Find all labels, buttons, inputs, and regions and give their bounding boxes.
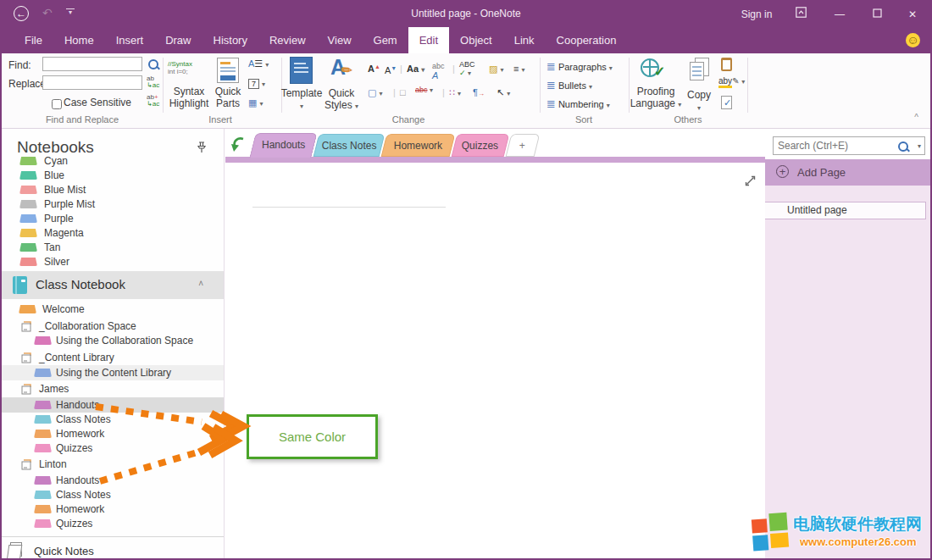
tab-draw[interactable]: Draw	[154, 27, 202, 53]
section-tab-homework[interactable]: Homework	[381, 134, 456, 157]
bullets-sort-button[interactable]: ≣Bullets ▾	[546, 79, 592, 91]
notebook-item[interactable]: Silver	[2, 255, 224, 269]
numbering-sort-button[interactable]: ≣Numbering ▾	[546, 97, 610, 110]
section-item[interactable]: Quizzes	[2, 441, 224, 456]
search-input[interactable]	[776, 139, 895, 152]
case-sensitive-checkbox[interactable]	[52, 99, 62, 109]
notebook-item[interactable]: Magenta	[2, 226, 224, 241]
syntax-code-icon: //Syntax int i=0;	[168, 60, 212, 75]
section-item[interactable]: Quizzes	[2, 516, 224, 531]
replace-icon[interactable]: ab ↳ac	[147, 75, 159, 89]
section-tab-class-notes[interactable]: Class Notes	[313, 134, 386, 157]
notebook-item[interactable]: Purple Mist	[2, 197, 224, 212]
section-tab-handouts[interactable]: Handouts	[249, 133, 317, 158]
group-label-others: Others	[637, 114, 739, 125]
section-item[interactable]: Handouts	[2, 473, 224, 488]
frame-button[interactable]: □	[400, 87, 406, 97]
section-tab-quizzes[interactable]: Quizzes	[452, 134, 510, 157]
border-button[interactable]: ▢ ▾	[368, 87, 382, 98]
shrink-font-button[interactable]: A▼	[385, 65, 397, 75]
page-item-untitled[interactable]: Untitled page	[765, 202, 926, 219]
tab-home[interactable]: Home	[53, 27, 105, 53]
section-item[interactable]: Class Notes	[2, 487, 224, 502]
search-scope-dropdown-icon[interactable]: ▾	[918, 142, 921, 150]
quick-notes-button[interactable]: Quick Notes	[2, 536, 224, 558]
section-item[interactable]: Using the Content Library	[2, 365, 224, 380]
navigate-back-arrow-icon[interactable]	[230, 135, 247, 157]
same-color-text-box[interactable]: Same Color	[247, 414, 378, 459]
section-item-selected[interactable]: Handouts	[2, 397, 224, 413]
smiley-icon[interactable]: ☺	[906, 33, 920, 47]
paste-icon[interactable]	[721, 58, 732, 71]
section-group-item[interactable]: _Collaboration Space	[2, 319, 224, 334]
replace-all-icon[interactable]: ab+ ↳ac	[147, 94, 159, 108]
find-input[interactable]	[42, 57, 142, 71]
notebook-item[interactable]: Purple	[2, 212, 224, 226]
section-item[interactable]: Using the Collaboration Space	[2, 333, 224, 348]
select-cursor-button[interactable]: ↖ ▾	[497, 87, 510, 98]
tab-cooperation[interactable]: Cooperation	[546, 27, 628, 53]
table-button[interactable]: ▦ ▾	[248, 97, 263, 108]
maximize-button[interactable]	[864, 2, 890, 27]
align-button[interactable]: ≡ ▾	[513, 64, 525, 74]
search-icon[interactable]	[147, 58, 159, 73]
tab-view[interactable]: View	[317, 27, 363, 53]
tab-file[interactable]: File	[14, 27, 53, 53]
search-box[interactable]: ▾	[773, 136, 925, 155]
copy-button[interactable]: Copy▾	[680, 89, 718, 114]
copy-icon	[688, 58, 712, 83]
notebook-item[interactable]: Tan	[2, 241, 224, 255]
ribbon-display-options-icon[interactable]	[790, 2, 812, 27]
tab-history[interactable]: History	[202, 27, 258, 53]
spellcheck-button[interactable]: ABC✓ ▾	[459, 60, 475, 77]
tab-object[interactable]: Object	[449, 27, 503, 53]
check-note-icon[interactable]: ✓	[721, 96, 732, 109]
close-button[interactable]: ✕	[900, 2, 925, 27]
section-group-item[interactable]: James	[2, 381, 224, 396]
tab-review[interactable]: Review	[258, 27, 317, 53]
grow-font-button[interactable]: A▲	[368, 64, 380, 74]
notebook-item[interactable]: Cyan	[2, 154, 224, 169]
new-section-tab[interactable]: +	[506, 134, 541, 157]
section-item[interactable]: Homework	[2, 502, 224, 517]
sign-in-button[interactable]: Sign in	[731, 2, 782, 27]
replace-input[interactable]	[42, 75, 142, 90]
tab-link[interactable]: Link	[503, 27, 546, 53]
fill-color-button[interactable]: ▨ ▾	[489, 64, 503, 75]
section-item[interactable]: Class Notes	[2, 412, 224, 427]
ribbon: Find: Replace: ab ↳ac Case Sensitive ab+…	[2, 53, 930, 129]
numbered-list-button[interactable]: A☰ ▾	[248, 58, 269, 69]
strikethrough-button[interactable]: abc ▾	[415, 86, 433, 94]
section-item[interactable]: Homework	[2, 426, 224, 441]
class-notebook-header[interactable]: Class Notebook ˄	[2, 271, 224, 299]
same-color-label: Same Color	[279, 430, 346, 444]
section-item[interactable]: Welcome	[2, 302, 224, 317]
add-page-button[interactable]: + Add Page	[765, 159, 930, 186]
change-case-button[interactable]: Aa ▾	[407, 64, 424, 74]
page-canvas[interactable]: Handouts Class Notes Homework Quizzes + …	[225, 129, 765, 558]
calendar-button[interactable]: 7 ▾	[248, 78, 265, 88]
notebook-item[interactable]: Blue Mist	[2, 183, 224, 197]
collapse-caret-icon[interactable]: ˄	[198, 279, 203, 288]
case-sensitive-label: Case Sensitive	[64, 97, 131, 108]
quick-parts-button[interactable]: Quick Parts	[203, 86, 252, 109]
notebook-icon	[13, 276, 27, 294]
collapse-ribbon-icon[interactable]: ^	[914, 113, 918, 122]
tab-edit[interactable]: Edit	[408, 27, 449, 53]
quick-styles-button[interactable]: Quick Styles ▾	[317, 87, 366, 113]
tab-gem[interactable]: Gem	[363, 27, 408, 53]
proofing-language-button[interactable]: Proofing Language ▾	[624, 86, 688, 111]
minimize-button[interactable]: —	[827, 2, 852, 27]
bullet-style-button[interactable]: ∷ ▾	[449, 87, 461, 98]
paragraphs-sort-button[interactable]: ≣Paragraphs ▾	[546, 60, 613, 73]
section-group-item[interactable]: Linton	[2, 457, 224, 472]
notebook-item[interactable]: Blue	[2, 169, 224, 183]
resize-diagonal-icon[interactable]	[744, 175, 757, 191]
search-icon[interactable]	[897, 141, 909, 152]
paragraph-mark-button[interactable]: ¶→	[473, 87, 485, 97]
character-case-icon[interactable]: abcA	[432, 62, 445, 80]
highlighter-button[interactable]: aby✎ ▾	[718, 76, 745, 86]
tab-insert[interactable]: Insert	[105, 27, 155, 53]
section-group-item[interactable]: _Content Library	[2, 350, 224, 365]
notebooks-sidebar: Notebooks Cyan Blue Blue Mist Purple Mis…	[2, 129, 225, 558]
